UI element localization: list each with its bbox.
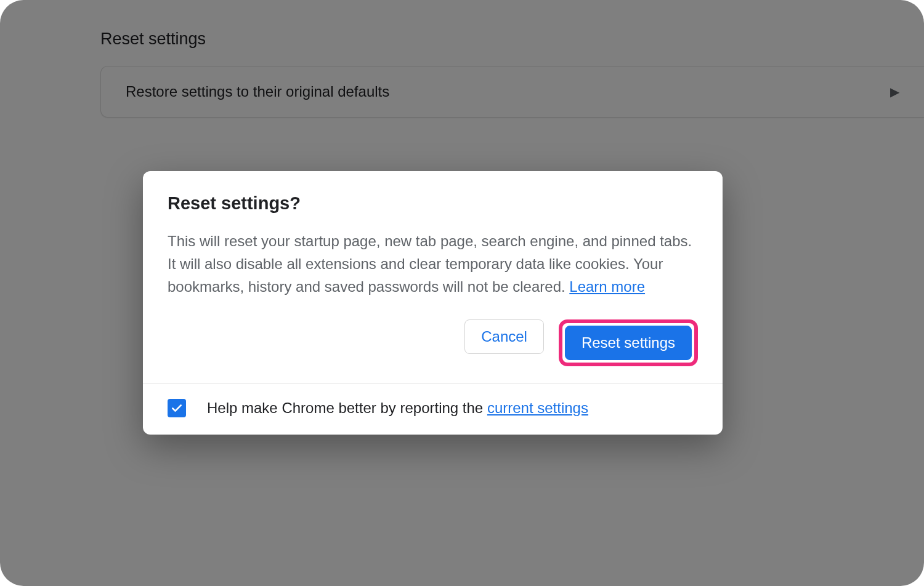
dialog-footer: Help make Chrome better by reporting the… — [143, 383, 723, 435]
learn-more-link[interactable]: Learn more — [569, 278, 645, 295]
dialog-description: This will reset your startup page, new t… — [168, 230, 698, 299]
dialog-body: Reset settings? This will reset your sta… — [143, 171, 723, 383]
footer-text: Help make Chrome better by reporting the… — [207, 399, 588, 417]
dialog-title: Reset settings? — [168, 193, 698, 214]
footer-text-prefix: Help make Chrome better by reporting the — [207, 399, 487, 416]
checkmark-icon — [171, 402, 183, 414]
dialog-actions: Cancel Reset settings — [168, 299, 698, 366]
report-settings-checkbox[interactable] — [168, 399, 186, 417]
reset-settings-dialog: Reset settings? This will reset your sta… — [143, 171, 723, 435]
cancel-button[interactable]: Cancel — [464, 319, 544, 354]
reset-settings-button[interactable]: Reset settings — [565, 326, 692, 360]
highlight-ring: Reset settings — [559, 319, 698, 366]
current-settings-link[interactable]: current settings — [487, 399, 588, 416]
